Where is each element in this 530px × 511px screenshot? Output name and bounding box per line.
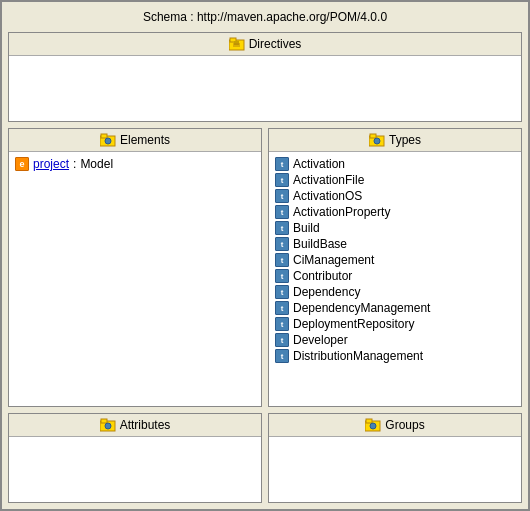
project-type-sep: : bbox=[73, 157, 76, 171]
project-type: Model bbox=[80, 157, 113, 171]
type-icon: t bbox=[275, 253, 289, 267]
types-folder-icon bbox=[369, 132, 385, 148]
type-icon: t bbox=[275, 269, 289, 283]
element-e-icon: e bbox=[15, 157, 29, 171]
attributes-folder-icon bbox=[100, 417, 116, 433]
middle-row: Elements e project : Model Types bbox=[8, 128, 522, 407]
type-icon: t bbox=[275, 333, 289, 347]
directives-header: Directives bbox=[9, 33, 521, 56]
elements-label: Elements bbox=[120, 133, 170, 147]
type-item[interactable]: tActivationOS bbox=[273, 188, 517, 204]
type-label: Developer bbox=[293, 333, 348, 347]
attributes-header: Attributes bbox=[9, 414, 261, 437]
type-icon: t bbox=[275, 221, 289, 235]
directives-label: Directives bbox=[249, 37, 302, 51]
elements-header: Elements bbox=[9, 129, 261, 152]
type-label: DistributionManagement bbox=[293, 349, 423, 363]
type-label: BuildBase bbox=[293, 237, 347, 251]
type-icon: t bbox=[275, 285, 289, 299]
svg-rect-15 bbox=[366, 419, 372, 423]
types-label: Types bbox=[389, 133, 421, 147]
schema-label: Schema : http://maven.apache.org/POM/4.0… bbox=[143, 10, 387, 24]
groups-label: Groups bbox=[385, 418, 424, 432]
attributes-panel: Attributes bbox=[8, 413, 262, 503]
type-item[interactable]: tDependency bbox=[273, 284, 517, 300]
type-item[interactable]: tBuild bbox=[273, 220, 517, 236]
type-item[interactable]: tDeploymentRepository bbox=[273, 316, 517, 332]
project-item: e project : Model bbox=[13, 156, 257, 172]
type-icon: t bbox=[275, 205, 289, 219]
svg-point-7 bbox=[105, 138, 111, 144]
type-item[interactable]: tDeveloper bbox=[273, 332, 517, 348]
type-icon: t bbox=[275, 237, 289, 251]
type-label: Contributor bbox=[293, 269, 352, 283]
type-label: DeploymentRepository bbox=[293, 317, 414, 331]
directives-panel: Directives bbox=[8, 32, 522, 122]
type-item[interactable]: tBuildBase bbox=[273, 236, 517, 252]
svg-rect-12 bbox=[101, 419, 107, 423]
type-item[interactable]: tContributor bbox=[273, 268, 517, 284]
main-window: Schema : http://maven.apache.org/POM/4.0… bbox=[0, 0, 530, 511]
types-header: Types bbox=[269, 129, 521, 152]
elements-folder-icon bbox=[100, 132, 116, 148]
type-item[interactable]: tActivationProperty bbox=[273, 204, 517, 220]
directives-folder-icon bbox=[229, 36, 245, 52]
schema-bar: Schema : http://maven.apache.org/POM/4.0… bbox=[8, 8, 522, 26]
svg-point-13 bbox=[105, 423, 111, 429]
type-item[interactable]: tDependencyManagement bbox=[273, 300, 517, 316]
svg-rect-6 bbox=[101, 134, 107, 138]
type-icon: t bbox=[275, 349, 289, 363]
svg-point-10 bbox=[374, 138, 380, 144]
type-icon: t bbox=[275, 301, 289, 315]
type-icon: t bbox=[275, 157, 289, 171]
types-body[interactable]: tActivationtActivationFiletActivationOSt… bbox=[269, 152, 521, 406]
project-link[interactable]: project bbox=[33, 157, 69, 171]
elements-body: e project : Model bbox=[9, 152, 261, 406]
type-label: DependencyManagement bbox=[293, 301, 430, 315]
type-item[interactable]: tActivationFile bbox=[273, 172, 517, 188]
type-icon: t bbox=[275, 317, 289, 331]
type-icon: t bbox=[275, 189, 289, 203]
type-item[interactable]: tActivation bbox=[273, 156, 517, 172]
groups-panel: Groups bbox=[268, 413, 522, 503]
type-label: CiManagement bbox=[293, 253, 374, 267]
elements-panel: Elements e project : Model bbox=[8, 128, 262, 407]
type-item[interactable]: tCiManagement bbox=[273, 252, 517, 268]
type-label: Dependency bbox=[293, 285, 360, 299]
type-label: ActivationOS bbox=[293, 189, 362, 203]
type-item[interactable]: tDistributionManagement bbox=[273, 348, 517, 364]
groups-body bbox=[269, 437, 521, 502]
type-label: ActivationFile bbox=[293, 173, 364, 187]
types-panel: Types tActivationtActivationFiletActivat… bbox=[268, 128, 522, 407]
directives-body bbox=[9, 56, 521, 121]
attributes-label: Attributes bbox=[120, 418, 171, 432]
type-label: ActivationProperty bbox=[293, 205, 390, 219]
bottom-row: Attributes Groups bbox=[8, 413, 522, 503]
svg-point-16 bbox=[370, 423, 376, 429]
groups-folder-icon bbox=[365, 417, 381, 433]
svg-rect-9 bbox=[370, 134, 376, 138]
type-label: Activation bbox=[293, 157, 345, 171]
groups-header: Groups bbox=[269, 414, 521, 437]
type-icon: t bbox=[275, 173, 289, 187]
attributes-body bbox=[9, 437, 261, 502]
type-label: Build bbox=[293, 221, 320, 235]
